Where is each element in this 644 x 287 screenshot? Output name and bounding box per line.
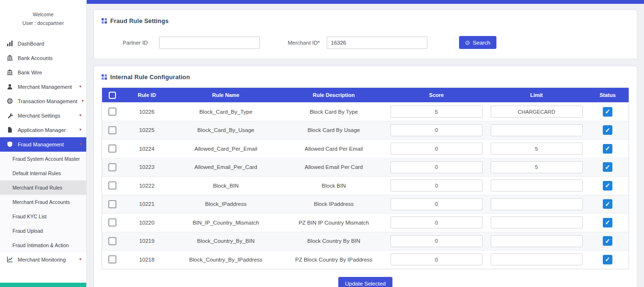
file-icon [7, 127, 13, 133]
score-input[interactable] [391, 106, 483, 118]
column-header-rule-description: Rule Description [281, 92, 387, 98]
rule-name-cell: Block_Card_By_Type [171, 109, 281, 115]
rule-description-cell: PZ Block Country By IPaddress [281, 257, 387, 263]
sidebar-item-application-manager[interactable]: Application Manager▾ [0, 123, 86, 137]
sidebar-item-label: Bank Accounts [18, 55, 53, 61]
limit-input[interactable] [491, 143, 583, 155]
limit-input[interactable] [491, 124, 583, 136]
score-input[interactable] [391, 216, 483, 228]
topbar [87, 0, 644, 4]
shield-icon [7, 141, 13, 148]
rule-name-cell: Block_Card_By_Usage [171, 127, 281, 133]
table-row: 10223 Allowed_Email_Per_Card Allowed Ema… [102, 158, 629, 177]
sidebar-item-merchant-settings[interactable]: Merchant Settings▾ [0, 108, 86, 123]
sidebar-subitem-fraud-upload[interactable]: Fraud Upload [0, 224, 86, 238]
select-all-checkbox[interactable] [109, 92, 116, 99]
row-checkbox[interactable] [108, 108, 116, 116]
rule-id-cell: 10222 [123, 183, 171, 189]
status-checkbox[interactable]: ✓ [603, 236, 612, 246]
limit-input[interactable] [491, 161, 583, 173]
fraud-management-submenu: Fraud System Account MasterDefault Inter… [0, 152, 86, 252]
sidebar-item-label: Fraud Management [18, 142, 64, 147]
status-checkbox[interactable]: ✓ [603, 199, 612, 209]
sidebar-item-label: DashBoard [18, 41, 44, 47]
limit-input[interactable] [491, 106, 583, 118]
update-selected-button[interactable]: Update Selected [338, 277, 392, 287]
score-input[interactable] [391, 179, 483, 191]
internal-rule-configuration-card: Internal Rule Configuration Rule ID Rule… [93, 66, 637, 287]
table-row: 10225 Block_Card_By_Usage Block Card By … [102, 121, 629, 140]
score-input[interactable] [391, 161, 483, 173]
rule-name-cell: Allowed_Card_Per_Email [171, 146, 281, 152]
sidebar-item-transaction-management[interactable]: Transaction Management▾ [0, 94, 86, 108]
sidebar-subitem-merchant-fraud-rules[interactable]: Merchant Fraud Rules [0, 180, 86, 195]
row-checkbox[interactable] [108, 163, 116, 171]
search-button[interactable]: ⊙ Search [459, 36, 497, 49]
rule-name-cell: Block_BIN [171, 183, 281, 189]
row-checkbox[interactable] [108, 144, 116, 153]
sidebar-subitem-fraud-kyc-list[interactable]: Fraud KYC List [0, 209, 86, 224]
chevron-down-icon: ▾ [81, 99, 84, 103]
sidebar-item-dashboard[interactable]: DashBoard [0, 36, 86, 51]
search-form: Partner ID Merchant ID* ⊙ Search [102, 25, 629, 52]
row-checkbox[interactable] [108, 181, 116, 190]
row-checkbox[interactable] [108, 126, 116, 134]
globe-icon [7, 98, 13, 105]
table-row: 10218 Block_Country_By_IPaddress PZ Bloc… [102, 250, 629, 269]
card-title-row: Fraud Rule Settings [102, 17, 629, 25]
welcome-line: Welcome [4, 11, 82, 19]
sidebar-item-label: Merchant Settings [18, 113, 60, 119]
score-input[interactable] [391, 143, 483, 155]
sidebar-item-label: Bank Wire [18, 70, 42, 75]
score-input[interactable] [391, 198, 483, 210]
sidebar-item-merchant-monitoring[interactable]: Merchant Monitoring▾ [0, 252, 86, 267]
status-checkbox[interactable]: ✓ [603, 162, 612, 172]
rule-id-cell: 10225 [123, 127, 171, 133]
row-checkbox[interactable] [108, 237, 116, 245]
table-row: 10219 Block_Country_By_BIN Block Country… [102, 232, 629, 251]
sidebar-item-merchant-management[interactable]: Merchant Management▾ [0, 80, 86, 94]
chart-line-icon [7, 256, 13, 263]
welcome-user: User : docspartner [4, 19, 82, 28]
status-checkbox[interactable]: ✓ [603, 144, 612, 154]
sidebar-subitem-default-internal-rules[interactable]: Default Internal Rules [0, 166, 86, 180]
score-input[interactable] [391, 235, 483, 247]
merchant-id-input[interactable] [327, 36, 427, 49]
table-body: 10226 Block_Card_By_Type Block Card By T… [102, 102, 629, 269]
sidebar-subitem-fraud-intimation-action[interactable]: Fraud Intimation & Action [0, 238, 86, 252]
status-checkbox[interactable]: ✓ [603, 125, 612, 135]
sidebar-item-bank-wire[interactable]: Bank Wire [0, 65, 86, 80]
sidebar-item-fraud-management[interactable]: Fraud Management▾ [0, 137, 86, 152]
status-checkbox[interactable]: ✓ [603, 107, 612, 117]
limit-input[interactable] [491, 235, 583, 247]
status-checkbox[interactable]: ✓ [603, 255, 612, 264]
section-title: Internal Rule Configuration [110, 74, 190, 81]
row-checkbox[interactable] [108, 200, 116, 208]
limit-input[interactable] [491, 216, 583, 228]
column-header-limit: Limit [486, 92, 586, 98]
score-input[interactable] [391, 253, 483, 265]
rule-id-cell: 10226 [123, 109, 171, 115]
rule-name-cell: BIN_IP_Country_Mismatch [171, 220, 281, 226]
table-header: Rule ID Rule Name Rule Description Score… [102, 88, 629, 102]
status-checkbox[interactable]: ✓ [603, 181, 612, 191]
sidebar-item-bank-accounts[interactable]: Bank Accounts [0, 51, 86, 65]
score-input[interactable] [391, 124, 483, 136]
rule-id-cell: 10224 [123, 146, 171, 152]
limit-input[interactable] [491, 179, 583, 191]
user-icon [7, 84, 13, 90]
limit-input[interactable] [491, 198, 583, 210]
sidebar-subitem-fraud-system-account-master[interactable]: Fraud System Account Master [0, 152, 86, 166]
table-row: 10226 Block_Card_By_Type Block Card By T… [102, 102, 629, 121]
search-button-label: Search [473, 40, 490, 46]
limit-input[interactable] [491, 253, 583, 265]
partner-id-input[interactable] [159, 36, 260, 49]
row-checkbox[interactable] [108, 218, 116, 227]
row-checkbox[interactable] [108, 255, 116, 263]
fraud-rule-settings-card: Fraud Rule Settings Partner ID Merchant … [93, 10, 637, 59]
sidebar: Welcome User : docspartner DashBoardBank… [0, 0, 87, 287]
sidebar-subitem-merchant-fraud-accounts[interactable]: Merchant Fraud Accounts [0, 195, 86, 209]
dashboard-icon [7, 40, 13, 47]
status-checkbox[interactable]: ✓ [603, 218, 612, 227]
merchant-id-label: Merchant ID* [288, 40, 320, 46]
